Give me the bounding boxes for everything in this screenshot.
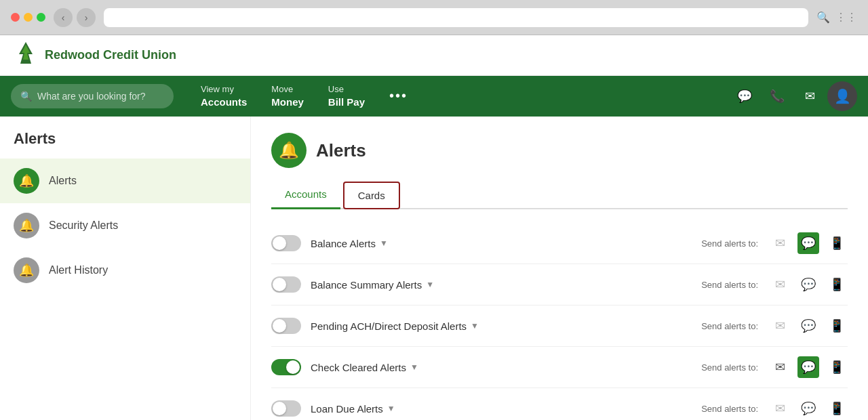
send-label: Send alerts to:: [701, 321, 758, 331]
sidebar-item-security-alerts[interactable]: 🔔 Security Alerts: [0, 203, 250, 248]
main-content: Alerts 🔔 Alerts 🔔 Security Alerts 🔔 Aler…: [0, 117, 868, 420]
sidebar-item-history-label: Alert History: [49, 264, 108, 276]
dropdown-arrow[interactable]: ▼: [410, 362, 418, 372]
email-send-icon[interactable]: ✉: [769, 232, 791, 254]
send-section: Send alerts to:✉💬📱: [701, 232, 848, 254]
sidebar-item-alert-history[interactable]: 🔔 Alert History: [0, 248, 250, 293]
alert-rows: Balance Alerts▼Send alerts to:✉💬📱Balance…: [271, 223, 848, 420]
nav-item-billpay-sub: Use: [328, 84, 365, 96]
chat-send-icon[interactable]: 💬: [797, 398, 819, 419]
dropdown-arrow[interactable]: ▼: [387, 404, 395, 413]
traffic-lights: [11, 13, 45, 22]
chat-icon-button[interactable]: 💬: [730, 81, 760, 111]
browser-icons: 🔍 ⋮⋮: [816, 11, 857, 24]
nav-buttons: ‹ ›: [54, 8, 96, 27]
send-label: Send alerts to:: [701, 280, 758, 290]
nav-item-money[interactable]: Move Money: [260, 79, 315, 114]
mail-icon-button[interactable]: ✉: [795, 81, 825, 111]
nav-bar: 🔍 What are you looking for? View my Acco…: [0, 76, 868, 117]
nav-item-money-label: Money: [271, 96, 304, 109]
address-bar[interactable]: [104, 8, 808, 27]
send-section: Send alerts to:✉💬📱: [701, 315, 848, 337]
sidebar-item-security-label: Security Alerts: [49, 219, 118, 232]
nav-item-billpay-label: Bill Pay: [328, 96, 365, 109]
alert-name: Balance Summary Alerts▼: [311, 279, 701, 291]
dropdown-arrow[interactable]: ▼: [380, 238, 388, 248]
content-area: 🔔 Alerts Accounts Cards Balance Alerts▼S…: [251, 117, 868, 420]
app: Redwood Credit Union 🔍 What are you look…: [0, 35, 868, 420]
chat-send-icon[interactable]: 💬: [797, 232, 819, 254]
more-options-button[interactable]: •••: [378, 83, 418, 109]
nav-item-money-sub: Move: [271, 84, 304, 96]
mobile-send-icon[interactable]: 📱: [826, 315, 848, 337]
logo-bar: Redwood Credit Union: [0, 35, 868, 76]
send-section: Send alerts to:✉💬📱: [701, 356, 848, 378]
close-button[interactable]: [11, 13, 20, 22]
user-icon-button[interactable]: 👤: [827, 81, 857, 111]
page-header: 🔔 Alerts: [271, 133, 848, 168]
mobile-send-icon[interactable]: 📱: [826, 356, 848, 378]
sidebar: Alerts 🔔 Alerts 🔔 Security Alerts 🔔 Aler…: [0, 117, 251, 420]
send-section: Send alerts to:✉💬📱: [701, 274, 848, 295]
mobile-send-icon[interactable]: 📱: [826, 274, 848, 295]
dropdown-arrow[interactable]: ▼: [471, 321, 479, 331]
email-send-icon[interactable]: ✉: [769, 315, 791, 337]
tab-cards[interactable]: Cards: [343, 182, 400, 209]
send-section: Send alerts to:✉💬📱: [701, 398, 848, 419]
toggle-loan-due-alerts[interactable]: [271, 400, 301, 417]
search-icon: 🔍: [816, 11, 830, 24]
toggle-check-cleared-alerts[interactable]: [271, 359, 301, 375]
forward-button[interactable]: ›: [77, 8, 96, 27]
toggle-balance-summary-alerts[interactable]: [271, 276, 301, 293]
nav-item-accounts-sub: View my: [201, 84, 247, 96]
sidebar-title: Alerts: [0, 130, 250, 159]
search-icon: 🔍: [20, 91, 32, 102]
search-bar[interactable]: 🔍 What are you looking for?: [11, 84, 174, 108]
alert-row: Balance Summary Alerts▼Send alerts to:✉💬…: [271, 264, 848, 306]
maximize-button[interactable]: [37, 13, 45, 22]
dropdown-arrow[interactable]: ▼: [426, 280, 434, 289]
email-send-icon[interactable]: ✉: [769, 398, 791, 419]
phone-icon-button[interactable]: 📞: [762, 81, 792, 111]
chat-send-icon[interactable]: 💬: [797, 274, 819, 295]
back-button[interactable]: ‹: [54, 8, 73, 27]
chat-send-icon[interactable]: 💬: [797, 315, 819, 337]
sidebar-item-alerts-label: Alerts: [49, 175, 77, 187]
toggle-pending-ach/direct-deposit-alerts[interactable]: [271, 318, 301, 334]
minimize-button[interactable]: [24, 13, 33, 22]
nav-icons: 💬 📞 ✉ 👤: [730, 81, 857, 111]
toggle-balance-alerts[interactable]: [271, 235, 301, 251]
send-label: Send alerts to:: [701, 238, 758, 249]
logo-icon: [14, 41, 38, 70]
alert-name: Pending ACH/Direct Deposit Alerts▼: [311, 320, 701, 332]
logo-text: Redwood Credit Union: [45, 48, 176, 62]
sidebar-item-alerts[interactable]: 🔔 Alerts: [0, 159, 250, 203]
alert-history-icon: 🔔: [14, 257, 39, 283]
nav-item-accounts[interactable]: View my Accounts: [190, 79, 258, 114]
nav-item-accounts-label: Accounts: [201, 96, 247, 109]
alert-row: Balance Alerts▼Send alerts to:✉💬📱: [271, 223, 848, 264]
security-alerts-icon: 🔔: [14, 213, 39, 238]
alert-name: Balance Alerts▼: [311, 238, 701, 249]
alert-row: Check Cleared Alerts▼Send alerts to:✉💬📱: [271, 347, 848, 388]
tab-accounts[interactable]: Accounts: [271, 182, 340, 209]
nav-item-billpay[interactable]: Use Bill Pay: [317, 79, 376, 114]
alerts-icon: 🔔: [14, 168, 39, 194]
tabs: Accounts Cards: [271, 182, 848, 209]
alert-row: Pending ACH/Direct Deposit Alerts▼Send a…: [271, 306, 848, 347]
alert-row: Loan Due Alerts▼Send alerts to:✉💬📱: [271, 388, 848, 420]
chat-send-icon[interactable]: 💬: [797, 356, 819, 378]
menu-icon: ⋮⋮: [835, 11, 857, 24]
mobile-send-icon[interactable]: 📱: [826, 398, 848, 419]
email-send-icon[interactable]: ✉: [769, 274, 791, 295]
nav-links: View my Accounts Move Money Use Bill Pay…: [190, 79, 730, 114]
email-send-icon[interactable]: ✉: [769, 356, 791, 378]
alert-name: Check Cleared Alerts▼: [311, 362, 701, 373]
alert-name: Loan Due Alerts▼: [311, 403, 701, 415]
send-label: Send alerts to:: [701, 404, 758, 414]
page-bell-icon: 🔔: [271, 133, 307, 168]
search-placeholder: What are you looking for?: [37, 91, 146, 102]
page-title: Alerts: [316, 140, 366, 161]
send-label: Send alerts to:: [701, 362, 758, 373]
mobile-send-icon[interactable]: 📱: [826, 232, 848, 254]
